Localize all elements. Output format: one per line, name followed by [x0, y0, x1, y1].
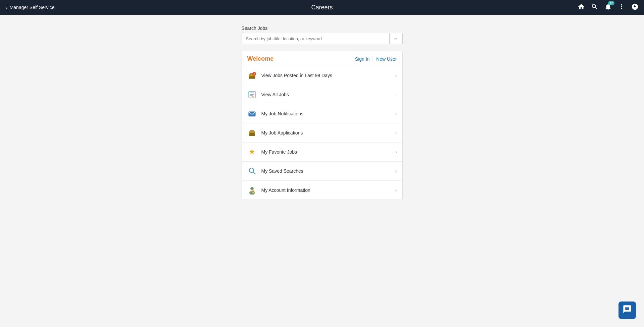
page-title: Careers — [311, 4, 333, 11]
svg-line-18 — [253, 172, 255, 174]
applications-icon — [247, 128, 257, 138]
saved-searches-chevron: › — [395, 168, 397, 174]
welcome-card: Welcome Sign In | New User — [242, 51, 403, 200]
search-section: Search Jobs → — [242, 25, 403, 44]
sign-in-link[interactable]: Sign In — [355, 56, 370, 62]
chat-button[interactable] — [618, 302, 636, 319]
more-options-icon[interactable] — [618, 3, 625, 12]
back-button[interactable]: ‹ Manager Self Service — [5, 5, 55, 10]
menu-item-saved-searches[interactable]: My Saved Searches › — [242, 162, 402, 181]
search-input[interactable] — [242, 33, 389, 44]
auth-separator: | — [372, 56, 374, 62]
search-button[interactable]: → — [389, 33, 403, 44]
notifications-icon — [247, 109, 257, 118]
chat-icon — [623, 305, 632, 316]
account-chevron: › — [395, 187, 397, 193]
svg-rect-10 — [252, 96, 254, 98]
favorites-label: My Favorite Jobs — [261, 149, 297, 155]
view-all-chevron: › — [395, 92, 397, 97]
notification-badge: 12 — [608, 1, 614, 5]
main-content: Search Jobs → Welcome Sign In | New User — [0, 15, 644, 200]
svg-point-19 — [250, 187, 254, 190]
svg-rect-16 — [250, 134, 253, 135]
applications-label: My Job Applications — [261, 130, 303, 135]
notifications-chevron: › — [395, 111, 397, 116]
menu-item-view-all[interactable]: View All Jobs › — [242, 85, 402, 104]
jobs-posted-icon — [247, 71, 257, 80]
favorites-chevron: › — [395, 149, 397, 155]
block-icon[interactable] — [631, 3, 639, 12]
new-user-link[interactable]: New User — [376, 56, 397, 62]
view-all-label: View All Jobs — [261, 92, 289, 97]
top-nav: ‹ Manager Self Service Careers 12 — [0, 0, 644, 15]
svg-rect-15 — [250, 133, 254, 134]
menu-item-jobs-posted[interactable]: View Jobs Posted in Last 99 Days › — [242, 66, 402, 85]
search-icon[interactable] — [591, 3, 598, 12]
notification-button[interactable]: 12 — [604, 3, 612, 12]
menu-item-notifications[interactable]: My Job Notifications › — [242, 104, 402, 123]
search-arrow-icon: → — [393, 36, 399, 42]
view-all-icon — [247, 90, 257, 99]
welcome-auth: Sign In | New User — [355, 56, 397, 62]
applications-chevron: › — [395, 130, 397, 135]
welcome-title: Welcome — [247, 55, 274, 62]
menu-item-account[interactable]: My Account Information › — [242, 181, 402, 200]
jobs-posted-label: View Jobs Posted in Last 99 Days — [261, 73, 332, 78]
nav-actions: 12 — [578, 3, 639, 12]
saved-searches-icon — [247, 166, 257, 176]
welcome-header: Welcome Sign In | New User — [242, 51, 402, 66]
back-label: Manager Self Service — [10, 5, 55, 10]
center-panel: Search Jobs → Welcome Sign In | New User — [242, 25, 403, 200]
account-label: My Account Information — [261, 187, 310, 193]
back-arrow-icon: ‹ — [5, 5, 7, 10]
home-icon[interactable] — [578, 3, 585, 12]
svg-rect-14 — [249, 131, 254, 133]
search-row: → — [242, 33, 403, 44]
search-label: Search Jobs — [242, 25, 403, 31]
favorites-icon: ★ — [247, 147, 257, 157]
account-icon — [247, 185, 257, 195]
menu-item-favorites[interactable]: ★ My Favorite Jobs › — [242, 143, 402, 162]
notifications-label: My Job Notifications — [261, 111, 303, 116]
jobs-posted-chevron: › — [395, 73, 397, 78]
menu-item-applications[interactable]: My Job Applications › — [242, 123, 402, 143]
saved-searches-label: My Saved Searches — [261, 168, 303, 174]
